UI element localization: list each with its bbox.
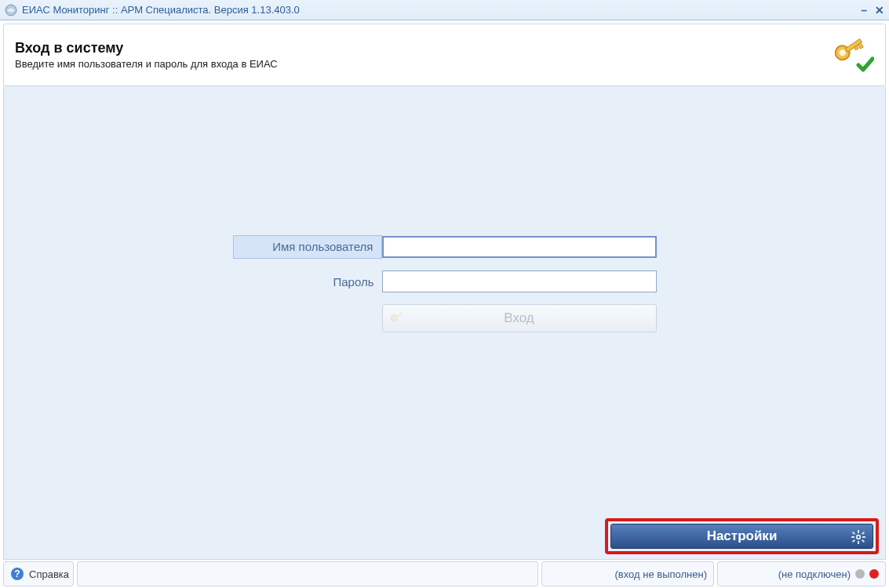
svg-rect-11 <box>851 536 854 538</box>
svg-rect-4 <box>858 43 863 49</box>
key-check-icon <box>835 35 874 74</box>
login-form: Имя пользователя Пароль Вход <box>233 235 657 332</box>
settings-highlight: Настройки <box>605 518 879 554</box>
svg-point-17 <box>858 536 860 539</box>
key-icon <box>391 311 406 331</box>
page-subtitle: Введите имя пользователя и пароль для вх… <box>15 58 278 70</box>
settings-button[interactable]: Настройки <box>610 524 873 549</box>
svg-rect-12 <box>862 536 865 538</box>
svg-rect-10 <box>858 541 859 544</box>
minimize-button[interactable]: – <box>861 4 867 16</box>
page-title: Вход в систему <box>15 40 278 56</box>
svg-text:?: ? <box>14 568 20 579</box>
login-button[interactable]: Вход <box>382 304 657 332</box>
login-status: (вход не выполнен) <box>541 561 714 586</box>
password-input[interactable] <box>382 270 657 292</box>
status-dot-grey-icon <box>855 569 865 579</box>
connection-status-text: (не подключен) <box>778 568 851 580</box>
body-area: Имя пользователя Пароль Вход <box>3 86 886 560</box>
username-input[interactable] <box>382 236 657 258</box>
svg-rect-16 <box>862 532 865 535</box>
password-label: Пароль <box>233 275 382 289</box>
svg-rect-13 <box>852 532 855 535</box>
svg-rect-15 <box>852 539 855 543</box>
close-button[interactable]: ✕ <box>875 4 884 16</box>
app-icon <box>5 4 17 16</box>
status-spacer <box>77 561 538 586</box>
svg-rect-9 <box>858 530 859 533</box>
titlebar: ЕИАС Мониторинг :: АРМ Специалиста. Верс… <box>0 0 889 20</box>
svg-rect-7 <box>395 312 403 318</box>
login-button-label: Вход <box>504 310 534 326</box>
svg-rect-14 <box>862 539 865 543</box>
header-panel: Вход в систему Введите имя пользователя … <box>3 24 886 86</box>
settings-button-label: Настройки <box>707 528 778 544</box>
connection-status: (не подключен) <box>717 561 886 586</box>
gear-icon <box>851 529 866 549</box>
status-dot-red-icon <box>869 569 879 579</box>
login-status-text: (вход не выполнен) <box>615 568 708 580</box>
help-button[interactable]: ? Справка <box>3 561 74 586</box>
help-icon: ? <box>10 567 24 581</box>
window-title: ЕИАС Мониторинг :: АРМ Специалиста. Верс… <box>22 4 861 16</box>
help-label: Справка <box>29 568 69 580</box>
window-controls: – ✕ <box>861 4 884 16</box>
statusbar: ? Справка (вход не выполнен) (не подключ… <box>3 561 886 586</box>
username-label: Имя пользователя <box>233 235 382 259</box>
